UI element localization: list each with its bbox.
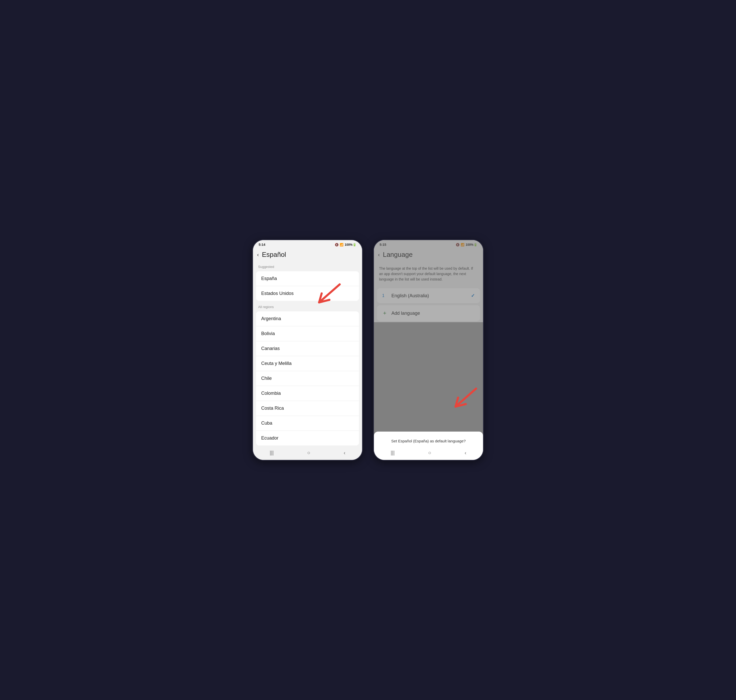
list-item-espana[interactable]: España xyxy=(256,271,359,286)
status-bar-1: 5:14 🔇 📶 100%🔋 xyxy=(253,240,362,247)
phone-1: 5:14 🔇 📶 100%🔋 ‹ Español Suggested Españ xyxy=(252,239,363,461)
list-item-colombia[interactable]: Colombia xyxy=(256,386,359,401)
status-icons-1: 🔇 📶 100%🔋 xyxy=(335,243,356,247)
page-title-1: Español xyxy=(262,251,286,259)
recent-apps-button-2[interactable]: ||| xyxy=(391,450,395,456)
time-1: 5:14 xyxy=(259,243,265,247)
recent-apps-button-1[interactable]: ||| xyxy=(270,450,274,456)
list-item-canarias[interactable]: Canarias xyxy=(256,341,359,356)
list-item-bolivia[interactable]: Bolivia xyxy=(256,326,359,341)
regions-list: Argentina Bolivia Canarias Ceuta y Melil… xyxy=(256,312,359,446)
phone-2: 5:15 🔇 📶 100%🔋 ‹ Language The language a… xyxy=(373,239,484,461)
wifi-icon-1: 📶 xyxy=(340,243,344,247)
suggested-list: España Estados Unidos xyxy=(256,271,359,301)
back-nav-button-1[interactable]: ‹ xyxy=(344,450,345,456)
all-regions-label: All regions xyxy=(253,302,362,310)
list-item-chile[interactable]: Chile xyxy=(256,371,359,386)
list-item-costa-rica[interactable]: Costa Rica xyxy=(256,401,359,416)
home-button-2[interactable]: ○ xyxy=(428,450,431,456)
suggested-label: Suggested xyxy=(253,262,362,270)
list-item-estados-unidos[interactable]: Estados Unidos xyxy=(256,286,359,301)
list-item-ecuador[interactable]: Ecuador xyxy=(256,431,359,446)
back-button-1[interactable]: ‹ xyxy=(257,252,259,257)
dialog-overlay: Set Español (España) as default language… xyxy=(374,240,483,460)
phone-1-content: Suggested España Estados Unidos All regi… xyxy=(253,262,362,447)
list-item-ceuta[interactable]: Ceuta y Melilla xyxy=(256,356,359,371)
home-button-1[interactable]: ○ xyxy=(307,450,310,456)
mute-icon-1: 🔇 xyxy=(335,243,339,247)
bottom-nav-1: ||| ○ ‹ xyxy=(253,447,362,460)
page-header-1: ‹ Español xyxy=(253,247,362,262)
bottom-nav-2: ||| ○ ‹ xyxy=(374,447,483,460)
battery-icon-1: 100%🔋 xyxy=(345,243,356,247)
list-item-argentina[interactable]: Argentina xyxy=(256,312,359,326)
list-item-cuba[interactable]: Cuba xyxy=(256,416,359,431)
back-nav-button-2[interactable]: ‹ xyxy=(464,450,466,456)
dialog-message: Set Español (España) as default language… xyxy=(379,439,478,443)
